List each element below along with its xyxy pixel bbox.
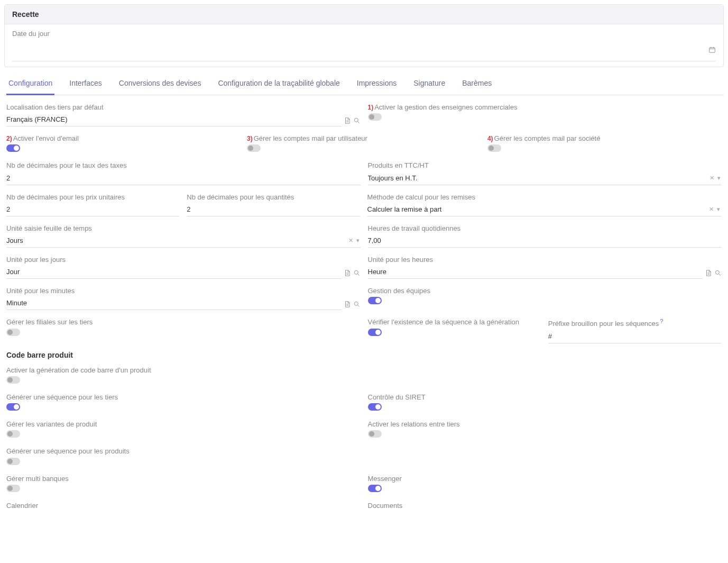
recette-card: Recette Date du jour [4, 4, 724, 67]
tab-signature[interactable]: Signature [411, 74, 447, 95]
daily-hours-label: Heures de travail quotidiennes [368, 224, 722, 233]
svg-point-2 [354, 270, 358, 274]
chevron-down-icon[interactable]: ▾ [356, 237, 360, 244]
teams-label: Gestion des équipes [368, 286, 722, 296]
search-icon[interactable] [353, 116, 361, 124]
barcode-gen-toggle[interactable] [6, 376, 20, 384]
clear-icon[interactable]: ✕ [348, 237, 353, 244]
calendar-label: Calendrier [6, 501, 361, 511]
tab-conversions[interactable]: Conversions des devises [117, 74, 204, 95]
subsidiaries-label: Gérer les filiales sur les tiers [6, 317, 361, 327]
variants-toggle[interactable] [6, 430, 20, 438]
search-icon[interactable] [714, 268, 722, 276]
tab-bar: Configuration Interfaces Conversions des… [4, 74, 724, 95]
email-toggle[interactable] [6, 144, 20, 152]
multibank-label: Gérer multi banques [6, 474, 361, 484]
daily-hours-input[interactable] [368, 234, 722, 248]
day-unit-label: Unité pour les jours [6, 255, 361, 265]
draft-prefix-input[interactable] [548, 330, 721, 343]
tab-tracability[interactable]: Configuration de la traçabilité globale [216, 74, 342, 95]
enseignes-toggle[interactable] [368, 113, 382, 121]
qty-dec-input[interactable] [187, 203, 360, 216]
svg-point-1 [354, 118, 358, 122]
draft-prefix-label: Préfixe brouillon pour les séquences? [548, 317, 721, 329]
timesheet-unit-label: Unité saisie feuille de temps [6, 224, 361, 233]
document-icon[interactable] [344, 268, 351, 276]
date-input[interactable] [12, 43, 708, 56]
localisation-label: Localisation des tiers par défaut [6, 103, 361, 112]
svg-rect-0 [709, 48, 715, 52]
minute-unit-input[interactable] [6, 297, 342, 310]
seq-product-label: Générer une séquence pour les produits [6, 447, 722, 456]
calendar-icon[interactable] [708, 45, 716, 53]
seq-partner-label: Générer une séquence pour les tiers [6, 393, 361, 402]
marker-4: 4) [487, 135, 493, 142]
barcode-gen-label: Activer la génération de code barre d'un… [6, 366, 722, 375]
seq-check-toggle[interactable] [368, 329, 382, 336]
svg-point-4 [354, 302, 358, 305]
barcode-section-title: Code barre produit [6, 351, 722, 359]
documents-label: Documents [368, 501, 722, 511]
ttc-select[interactable] [368, 172, 710, 185]
siret-toggle[interactable] [368, 403, 382, 411]
seq-partner-toggle[interactable] [6, 403, 20, 411]
chevron-down-icon[interactable]: ▾ [717, 175, 721, 181]
ttc-label: Produits en TTC/HT [368, 161, 722, 170]
seq-check-label: Vérifier l'existence de la séquence à la… [368, 317, 541, 327]
localisation-input[interactable] [6, 113, 342, 126]
document-icon[interactable] [705, 268, 712, 276]
mail-user-toggle[interactable] [247, 144, 261, 152]
relations-toggle[interactable] [368, 430, 382, 438]
relations-label: Activer les relations entre tiers [368, 420, 722, 429]
mail-company-label: 4)Gérer les comptes mail par société [487, 134, 721, 143]
unit-dec-input[interactable] [6, 203, 179, 216]
tax-dec-input[interactable] [6, 172, 361, 185]
clear-icon[interactable]: ✕ [709, 175, 714, 181]
siret-label: Contrôle du SIRET [368, 393, 722, 402]
search-icon[interactable] [353, 268, 361, 276]
qty-dec-label: Nb de décimales pour les quantités [187, 193, 360, 202]
hour-unit-label: Unité pour les heures [368, 255, 722, 265]
seq-product-toggle[interactable] [6, 458, 20, 465]
variants-label: Gérer les variantes de produit [6, 420, 361, 429]
discount-select[interactable] [367, 203, 709, 216]
tab-interfaces[interactable]: Interfaces [67, 74, 104, 95]
hour-unit-input[interactable] [368, 266, 703, 279]
card-title: Recette [5, 5, 723, 24]
subsidiaries-toggle[interactable] [6, 329, 20, 336]
marker-3: 3) [247, 135, 253, 142]
tab-baremes[interactable]: Barèmes [460, 74, 494, 95]
discount-label: Méthode de calcul pour les remises [367, 193, 722, 202]
multibank-toggle[interactable] [6, 485, 20, 492]
marker-1: 1) [368, 104, 374, 111]
tax-dec-label: Nb de décimales pour le taux des taxes [6, 161, 361, 170]
document-icon[interactable] [344, 116, 351, 124]
tab-configuration[interactable]: Configuration [6, 74, 54, 95]
document-icon[interactable] [344, 299, 351, 308]
timesheet-unit-select[interactable] [6, 234, 348, 247]
email-label: 2)Activer l'envoi d'email [6, 134, 239, 143]
date-label: Date du jour [12, 30, 716, 38]
svg-point-3 [715, 270, 719, 274]
search-icon[interactable] [353, 299, 361, 308]
help-icon[interactable]: ? [660, 318, 663, 324]
enseignes-label: 1)Activer la gestion des enseignes comme… [368, 103, 722, 112]
day-unit-input[interactable] [6, 266, 342, 279]
minute-unit-label: Unité pour les minutes [6, 286, 361, 296]
marker-2: 2) [6, 135, 12, 142]
unit-dec-label: Nb de décimales pour les prix unitaires [6, 193, 179, 202]
tab-impressions[interactable]: Impressions [355, 74, 399, 95]
messenger-toggle[interactable] [368, 485, 382, 492]
clear-icon[interactable]: ✕ [709, 206, 714, 213]
messenger-label: Messenger [368, 474, 722, 484]
mail-user-label: 3)Gérer les comptes mail par utilisateur [247, 134, 480, 143]
mail-company-toggle[interactable] [487, 144, 501, 152]
chevron-down-icon[interactable]: ▾ [717, 206, 720, 213]
config-form: Localisation des tiers par défaut 1)Acti… [4, 95, 724, 519]
teams-toggle[interactable] [368, 297, 382, 304]
